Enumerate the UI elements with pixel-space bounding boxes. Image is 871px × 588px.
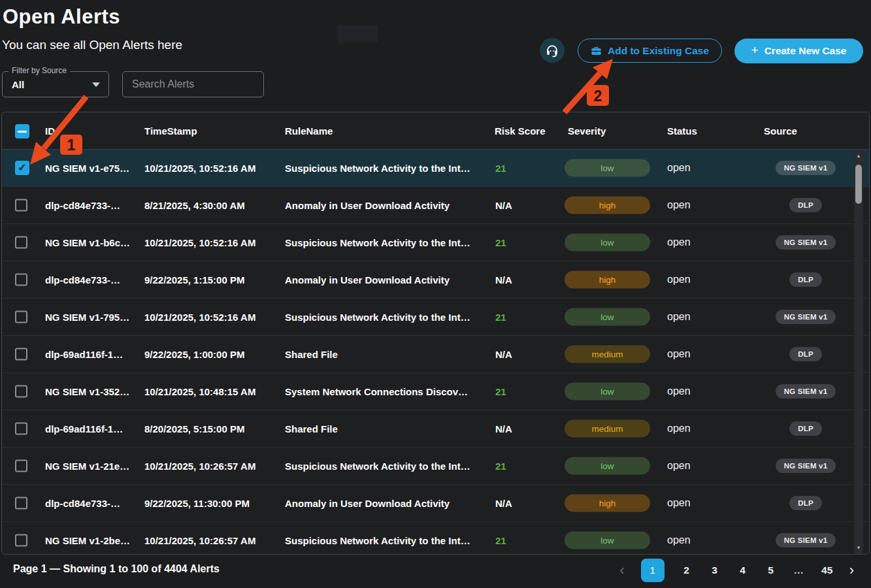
row-checkbox[interactable] <box>15 161 29 175</box>
table-scrollbar[interactable]: ▲ ▼ <box>854 150 863 554</box>
cell-risk: N/A <box>495 349 512 360</box>
source-badge: DLP <box>789 198 822 212</box>
source-badge: DLP <box>789 421 822 436</box>
source-badge: NG SIEM v1 <box>776 310 836 324</box>
cell-status: open <box>667 423 691 434</box>
table-row[interactable]: dlp-cd84e733-… 9/22/2025, 1:15:00 PM Ano… <box>2 261 869 299</box>
cell-source: DLP <box>761 198 850 212</box>
search-input[interactable] <box>122 71 264 97</box>
cell-status: open <box>667 534 691 546</box>
cell-status: open <box>667 497 691 509</box>
cell-timestamp: 10/21/2025, 10:52:16 AM <box>144 312 255 323</box>
severity-badge: medium <box>565 346 650 363</box>
cell-risk: 21 <box>495 312 506 323</box>
support-button[interactable] <box>540 38 565 63</box>
row-checkbox[interactable] <box>15 460 27 472</box>
source-badge: NG SIEM v1 <box>776 459 836 473</box>
alerts-table: ID TimeStamp RuleName Risk Score Severit… <box>1 112 870 555</box>
cell-status: open <box>667 311 691 323</box>
cell-risk: 21 <box>495 386 506 397</box>
table-row[interactable]: dlp-69ad116f-1… 8/20/2025, 5:15:00 PM Sh… <box>2 410 869 448</box>
source-badge: NG SIEM v1 <box>776 235 836 250</box>
table-row[interactable]: NG SIEM v1-795… 10/21/2025, 10:52:16 AM … <box>2 299 869 336</box>
table-row[interactable]: NG SIEM v1-352… 10/21/2025, 10:48:15 AM … <box>2 373 869 410</box>
cell-rulename: System Network Connections Discov… <box>285 386 468 397</box>
page-buttons: 12345…45 <box>641 559 833 582</box>
select-all-checkbox[interactable] <box>15 124 29 139</box>
table-row[interactable]: NG SIEM v1-21e… 10/21/2025, 10:26:57 AM … <box>2 448 869 485</box>
cell-source: NG SIEM v1 <box>761 161 850 175</box>
table-row[interactable]: dlp-69ad116f-1… 9/22/2025, 1:00:00 PM Sh… <box>2 336 869 373</box>
scrollbar-thumb[interactable] <box>855 165 862 204</box>
pagination-summary: Page 1 — Showing 1 to 100 of 4404 Alerts <box>13 563 220 575</box>
column-header-riskscore[interactable]: Risk Score <box>495 125 546 137</box>
column-header-source[interactable]: Source <box>764 125 797 137</box>
page-ellipsis: … <box>793 564 805 576</box>
chevron-left-icon[interactable]: ‹ <box>619 563 624 578</box>
severity-badge: medium <box>565 420 650 438</box>
cell-id: NG SIEM v1-352… <box>45 386 129 397</box>
row-checkbox[interactable] <box>15 199 27 212</box>
row-checkbox[interactable] <box>15 497 27 510</box>
column-header-rulename[interactable]: RuleName <box>285 125 333 137</box>
cell-timestamp: 10/21/2025, 10:52:16 AM <box>144 237 255 248</box>
add-to-existing-case-label: Add to Existing Case <box>608 45 709 57</box>
cell-status: open <box>667 348 691 360</box>
open-alerts-page: { "page": { "title": "Open Alerts", "sub… <box>0 0 871 588</box>
filter-by-source-select[interactable]: Filter by Source All <box>2 71 109 97</box>
row-checkbox[interactable] <box>15 237 27 249</box>
add-to-existing-case-button[interactable]: Add to Existing Case <box>578 39 722 63</box>
row-checkbox[interactable] <box>15 311 27 323</box>
table-row[interactable]: NG SIEM v1-e75… 10/21/2025, 10:52:16 AM … <box>2 150 869 187</box>
plus-icon: + <box>751 43 759 57</box>
column-header-timestamp[interactable]: TimeStamp <box>144 125 197 137</box>
severity-badge: low <box>565 383 650 400</box>
row-checkbox[interactable] <box>15 348 27 361</box>
severity-badge: high <box>565 271 650 289</box>
cell-rulename: Shared File <box>285 349 338 360</box>
cell-timestamp: 8/20/2025, 5:15:00 PM <box>144 423 244 434</box>
source-badge: NG SIEM v1 <box>776 533 836 547</box>
source-badge: DLP <box>789 272 822 287</box>
page-button-1[interactable]: 1 <box>641 559 665 582</box>
page-button-5[interactable]: 5 <box>765 564 777 576</box>
create-new-case-button[interactable]: + Create New Case <box>734 39 863 63</box>
page-button-45[interactable]: 45 <box>821 564 833 576</box>
annotation-number-2: 2 <box>594 88 602 105</box>
briefcase-icon <box>591 45 602 56</box>
cell-source: NG SIEM v1 <box>761 235 850 250</box>
column-header-status[interactable]: Status <box>667 125 697 137</box>
severity-badge: low <box>565 308 650 326</box>
cell-source: DLP <box>761 496 850 510</box>
cell-timestamp: 9/22/2025, 1:00:00 PM <box>144 349 244 360</box>
table-row[interactable]: dlp-cd84e733-… 8/21/2025, 4:30:00 AM Ano… <box>2 187 869 224</box>
headset-icon <box>545 43 559 57</box>
cell-rulename: Suspicious Network Activity to the Int… <box>285 535 470 546</box>
cell-timestamp: 10/21/2025, 10:26:57 AM <box>144 535 255 546</box>
page-button-2[interactable]: 2 <box>681 564 693 576</box>
cell-rulename: Anomaly in User Download Activity <box>285 200 450 211</box>
page-button-4[interactable]: 4 <box>737 564 749 576</box>
row-checkbox[interactable] <box>15 423 27 435</box>
cell-severity: low <box>565 159 650 177</box>
cell-rulename: Suspicious Network Activity to the Int… <box>285 312 470 323</box>
cell-severity: low <box>565 234 650 252</box>
page-button-3[interactable]: 3 <box>709 564 721 576</box>
scrollbar-up-icon[interactable]: ▲ <box>854 152 863 161</box>
table-row[interactable]: NG SIEM v1-b6c… 10/21/2025, 10:52:16 AM … <box>2 224 869 261</box>
column-header-severity[interactable]: Severity <box>568 125 606 137</box>
chevron-right-icon[interactable]: › <box>849 563 854 578</box>
severity-badge: high <box>565 495 650 512</box>
row-checkbox[interactable] <box>15 534 27 547</box>
cell-severity: low <box>565 383 650 400</box>
scrollbar-down-icon[interactable]: ▼ <box>854 544 863 553</box>
column-header-id[interactable]: ID <box>45 125 55 137</box>
cell-source: DLP <box>761 421 850 436</box>
row-checkbox[interactable] <box>15 274 27 286</box>
cell-rulename: Suspicious Network Activity to the Int… <box>285 237 470 248</box>
cell-risk: N/A <box>495 200 512 211</box>
severity-badge: low <box>565 159 650 177</box>
row-checkbox[interactable] <box>15 385 27 398</box>
table-row[interactable]: dlp-cd84e733-… 9/22/2025, 11:30:00 PM An… <box>2 485 869 522</box>
table-row[interactable]: NG SIEM v1-2be… 10/21/2025, 10:26:57 AM … <box>2 522 869 555</box>
